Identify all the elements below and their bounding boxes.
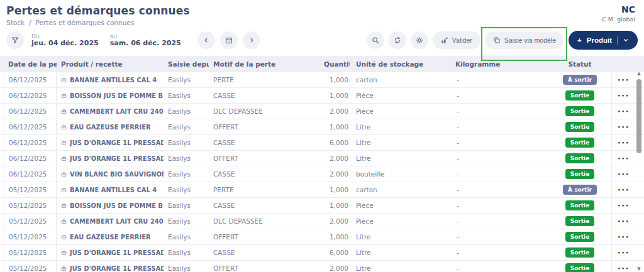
status-badge: Sortie	[565, 232, 595, 242]
ellipsis-icon: •••	[618, 203, 630, 209]
date-from-field[interactable]: Du jeu. 04 déc. 2025	[31, 33, 99, 48]
row-actions-button[interactable]: •••	[611, 182, 635, 197]
row-actions-button[interactable]: •••	[611, 261, 635, 272]
col-header-qty: Quantité	[319, 60, 350, 68]
table-row[interactable]: 06/12/2025 BOISSON JUS DE POMME BIO Easi…	[0, 88, 644, 104]
col-header-unit: Unité de stockage	[350, 60, 448, 68]
row-actions-button[interactable]: •••	[611, 135, 635, 150]
valider-button[interactable]: Valider	[433, 31, 480, 49]
row-actions-button[interactable]: •••	[611, 198, 635, 213]
table-row[interactable]: 06/12/2025 JUS D'ORANGE 1L PRESSADE Easi…	[0, 151, 644, 166]
date-from-value: jeu. 04 déc. 2025	[31, 40, 99, 48]
account-block[interactable]: NC C.M. global	[602, 4, 635, 23]
date-to-value: sam. 06 déc. 2025	[110, 40, 181, 48]
cell-product: BOISSON JUS DE POMME BIO	[57, 88, 164, 103]
package-icon	[61, 187, 67, 193]
cell-source: Easilys	[164, 135, 209, 150]
scrollbar-thumb[interactable]	[636, 79, 641, 153]
filter-button[interactable]	[6, 31, 24, 49]
table-row[interactable]: 06/12/2025 EAU GAZEUSE PERRIER Easilys O…	[0, 119, 644, 135]
toolbar-left: Du jeu. 04 déc. 2025 au sam. 06 déc. 202…	[6, 31, 260, 49]
table-row[interactable]: 05/12/2025 CAMEMBERT LAIT CRU 240G PC Ea…	[0, 214, 644, 229]
ellipsis-icon: •••	[618, 124, 630, 130]
cell-kg: -	[448, 198, 548, 213]
date-to-field[interactable]: au sam. 06 déc. 2025	[110, 33, 181, 48]
cell-status: Sortie	[548, 214, 611, 229]
table-row[interactable]: 05/12/2025 JUS D'ORANGE 1L PRESSADE Easi…	[0, 261, 644, 272]
cell-reason: CASSE	[209, 198, 319, 213]
cell-qty: 2,000	[319, 214, 350, 229]
cell-reason: CASSE	[209, 135, 319, 150]
cell-date: 05/12/2025	[4, 245, 57, 260]
cell-kg: -	[448, 72, 548, 87]
table-row[interactable]: 05/12/2025 BANANE ANTILLES CAL 4 Easilys…	[0, 182, 644, 198]
cell-kg: -	[448, 182, 548, 197]
cell-status: Sortie	[548, 119, 611, 134]
cell-reason: OFFERT	[209, 261, 319, 272]
cell-date: 06/12/2025	[4, 151, 57, 166]
sync-button[interactable]	[389, 31, 406, 49]
page-header: Pertes et démarques connues Stock / Pert…	[0, 0, 644, 26]
cell-status: Sortie	[548, 198, 611, 213]
cell-qty: 2,000	[319, 261, 350, 272]
table-row[interactable]: 05/12/2025 BOISSON JUS DE POMME BIO Easi…	[0, 198, 644, 214]
scroll-up-arrow-icon[interactable]: ▲	[635, 70, 643, 77]
package-icon	[61, 203, 67, 209]
row-actions-button[interactable]: •••	[611, 166, 635, 182]
pertes-demarques-page: Pertes et démarques connues Stock / Pert…	[0, 0, 644, 272]
row-actions-button[interactable]: •••	[611, 229, 635, 244]
product-name: EAU GAZEUSE PERRIER	[70, 124, 151, 131]
add-produit-button[interactable]: + Produit	[569, 31, 638, 50]
product-name: EAU GAZEUSE PERRIER	[70, 234, 151, 241]
row-actions-button[interactable]: •••	[611, 151, 635, 166]
cell-status: Sortie	[548, 166, 611, 182]
cell-source: Easilys	[164, 214, 209, 229]
table-row[interactable]: 05/12/2025 JUS D'ORANGE 1L PRESSADE Easi…	[0, 245, 644, 261]
calendar-button[interactable]	[220, 31, 238, 49]
cell-qty: 6,000	[319, 245, 350, 260]
row-actions-button[interactable]: •••	[611, 104, 635, 119]
status-badge: Sortie	[565, 200, 595, 210]
table-row[interactable]: 06/12/2025 JUS D'ORANGE 1L PRESSADE Easi…	[0, 135, 644, 151]
saisie-via-modele-label: Saisie via modèle	[504, 36, 556, 44]
row-actions-button[interactable]: •••	[611, 214, 635, 229]
saisie-via-modele-button[interactable]: Saisie via modèle	[485, 31, 564, 49]
cell-source: Easilys	[164, 229, 209, 244]
valider-label: Valider	[452, 36, 472, 44]
cell-kg: -	[448, 104, 548, 119]
cell-product: JUS D'ORANGE 1L PRESSADE	[57, 261, 164, 272]
cell-unit: Pièce	[350, 88, 448, 103]
cell-unit: carton	[350, 72, 448, 87]
cell-source: Easilys	[164, 88, 209, 103]
cell-source: Easilys	[164, 72, 209, 87]
next-period-button[interactable]	[243, 31, 260, 49]
cell-status: À sortir	[548, 182, 611, 197]
table-row[interactable]: 06/12/2025 BANANE ANTILLES CAL 4 Easilys…	[0, 72, 644, 88]
settings-button[interactable]	[411, 31, 428, 49]
cell-date: 05/12/2025	[4, 198, 57, 213]
prev-period-button[interactable]	[197, 31, 215, 49]
product-name: BANANE ANTILLES CAL 4	[70, 187, 157, 193]
ellipsis-icon: •••	[618, 77, 630, 83]
scroll-down-arrow-icon[interactable]: ▼	[635, 266, 643, 272]
search-button[interactable]	[367, 31, 384, 49]
cell-kg: -	[448, 214, 548, 229]
product-name: JUS D'ORANGE 1L PRESSADE	[70, 265, 164, 272]
row-actions-button[interactable]: •••	[611, 119, 635, 134]
account-org-name: C.M. global	[602, 16, 635, 23]
chevron-left-icon	[203, 37, 209, 43]
product-name: JUS D'ORANGE 1L PRESSADE	[70, 155, 164, 162]
row-actions-button[interactable]: •••	[611, 245, 635, 260]
package-icon	[61, 219, 67, 224]
col-header-reason: Motif de la perte	[209, 60, 319, 68]
breadcrumb-stock[interactable]: Stock	[6, 19, 25, 26]
table-row[interactable]: 06/12/2025 CAMEMBERT LAIT CRU 240G PC Ea…	[0, 104, 644, 119]
product-name: BANANE ANTILLES CAL 4	[70, 77, 157, 84]
cell-reason: OFFERT	[209, 151, 319, 166]
table-row[interactable]: 05/12/2025 EAU GAZEUSE PERRIER Easilys O…	[0, 229, 644, 245]
table-row[interactable]: 06/12/2025 VIN BLANC BIO SAUVIGNON Easil…	[0, 166, 644, 182]
status-badge: Sortie	[565, 248, 595, 258]
row-actions-button[interactable]: •••	[611, 72, 635, 87]
cell-source: Easilys	[164, 166, 209, 182]
row-actions-button[interactable]: •••	[611, 88, 635, 103]
